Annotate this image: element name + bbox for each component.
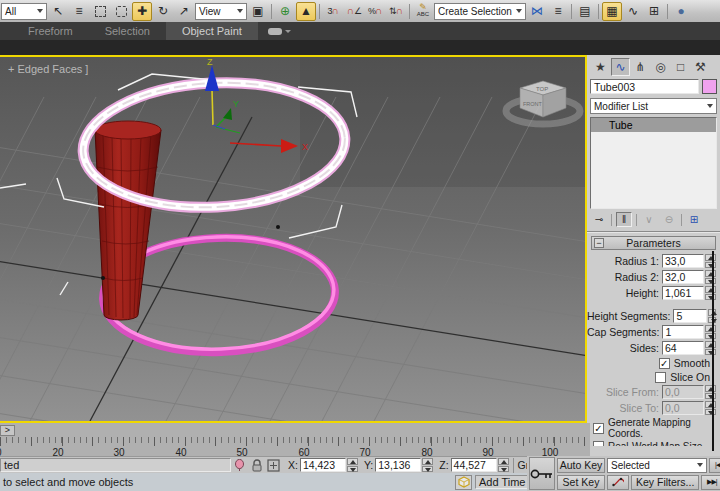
key-mode-dropdown[interactable]: Selected bbox=[607, 458, 707, 473]
motion-tab-icon[interactable]: ◎ bbox=[651, 58, 670, 76]
real-world-map-checkbox[interactable] bbox=[593, 441, 604, 446]
viewcube-top-label[interactable]: TOP bbox=[536, 86, 548, 92]
modifier-stack-item-tube[interactable]: Tube bbox=[591, 118, 716, 132]
generate-mapping-checkbox[interactable]: ✓ bbox=[593, 423, 604, 434]
reference-coordinate-dropdown[interactable]: View bbox=[195, 3, 247, 20]
time-tag-cube-icon[interactable] bbox=[455, 475, 472, 490]
sides-spinner[interactable] bbox=[705, 341, 716, 355]
viewport-label[interactable]: + Edged Faces ] bbox=[8, 63, 88, 75]
y-coordinate-field[interactable]: 13,136 bbox=[375, 458, 421, 472]
display-tab-icon[interactable]: □ bbox=[671, 58, 690, 76]
scene-explorer-icon[interactable]: ▦ bbox=[602, 2, 622, 21]
parameters-rollout-header[interactable]: − Parameters bbox=[591, 236, 716, 250]
angle-snap-icon[interactable]: ∩∠ bbox=[344, 2, 364, 21]
vertex-dot bbox=[276, 225, 280, 229]
ribbon-config-menu[interactable] bbox=[258, 22, 301, 40]
configure-modifier-sets-icon[interactable]: ⊞ bbox=[686, 212, 702, 227]
panel-scrollbar[interactable] bbox=[712, 251, 714, 451]
radius2-spinner[interactable] bbox=[705, 270, 716, 284]
y-spinner[interactable] bbox=[422, 458, 433, 472]
x-coordinate-label: X: bbox=[288, 459, 298, 471]
show-end-result-icon[interactable]: ‖ bbox=[616, 212, 632, 227]
rectangular-selection-region-icon[interactable] bbox=[90, 2, 110, 21]
tab-object-paint[interactable]: Object Paint bbox=[166, 22, 258, 40]
modifier-list-dropdown[interactable]: Modifier List bbox=[590, 98, 717, 114]
z-coordinate-field[interactable]: 44,527 bbox=[451, 458, 497, 472]
select-and-move-icon[interactable]: ✚ bbox=[132, 2, 152, 21]
select-and-rotate-icon[interactable]: ↻ bbox=[153, 2, 173, 21]
window-crossing-icon[interactable] bbox=[111, 2, 131, 21]
auto-key-button[interactable]: Auto Key bbox=[557, 458, 605, 473]
chevron-down-icon bbox=[237, 9, 243, 13]
rollout-collapse-icon[interactable]: − bbox=[594, 238, 604, 248]
object-color-swatch[interactable] bbox=[702, 79, 717, 94]
select-and-scale-icon[interactable]: ↗ bbox=[174, 2, 194, 21]
layer-manager-icon[interactable]: ▤ bbox=[575, 2, 595, 21]
key-filters-button[interactable]: Key Filters... bbox=[631, 475, 699, 490]
make-unique-icon[interactable]: ∨ bbox=[641, 212, 657, 227]
height-input[interactable]: 1,061 bbox=[662, 286, 704, 300]
spinner-snap-icon[interactable]: ⇅∩ bbox=[386, 2, 406, 21]
use-pivot-center-icon[interactable]: ▣ bbox=[248, 2, 268, 21]
isolate-selection-icon[interactable] bbox=[231, 458, 248, 473]
time-slider-next-button[interactable]: > bbox=[0, 425, 15, 436]
viewcube-front-label[interactable]: FRONT bbox=[523, 101, 543, 107]
radius1-spinner[interactable] bbox=[705, 254, 716, 268]
material-editor-icon[interactable]: ● bbox=[671, 2, 691, 21]
go-to-end-button[interactable]: ▶▶| bbox=[701, 475, 720, 490]
x-coordinate-field[interactable]: 14,423 bbox=[300, 458, 346, 472]
create-tab-icon[interactable]: ★ bbox=[591, 58, 610, 76]
schematic-view-icon[interactable]: ⊞ bbox=[644, 2, 664, 21]
chevron-down-icon bbox=[697, 463, 703, 467]
height-segments-input[interactable]: 5 bbox=[673, 309, 706, 323]
select-by-name-icon[interactable]: ≡ bbox=[69, 2, 89, 21]
prompt-text: to select and move objects bbox=[0, 476, 455, 488]
snap-toggle-3d-icon[interactable]: 3∩ bbox=[323, 2, 343, 21]
slice-on-checkbox[interactable] bbox=[655, 372, 666, 383]
ribbon-collapsed-strip bbox=[0, 40, 720, 55]
edit-named-selection-sets-icon[interactable]: ✎ABC bbox=[413, 2, 433, 21]
set-keys-button[interactable] bbox=[529, 457, 555, 490]
selection-lock-icon[interactable] bbox=[248, 458, 265, 473]
toolbar-separator bbox=[271, 4, 272, 19]
height-spinner[interactable] bbox=[705, 286, 716, 300]
sides-input[interactable]: 64 bbox=[662, 341, 704, 355]
x-spinner[interactable] bbox=[347, 458, 358, 472]
radius2-input[interactable]: 32,0 bbox=[662, 270, 704, 284]
smooth-checkbox[interactable]: ✓ bbox=[659, 358, 670, 369]
align-icon[interactable]: ≡ bbox=[548, 2, 568, 21]
select-object-icon[interactable]: ↖ bbox=[48, 2, 68, 21]
select-and-manipulate-icon[interactable]: ⊕ bbox=[275, 2, 295, 21]
percent-snap-icon[interactable]: %∩ bbox=[365, 2, 385, 21]
modifier-stack-toolbar: ⊸ ‖ ∨ ⊖ ⊞ bbox=[587, 209, 720, 230]
track-bar[interactable]: > 10 20 30 40 50 60 70 80 90 100 bbox=[0, 423, 590, 456]
mirror-icon[interactable]: ⋈ bbox=[527, 2, 547, 21]
cap-segments-input[interactable]: 1 bbox=[662, 325, 704, 339]
object-name-field[interactable]: Tube003 bbox=[590, 79, 699, 94]
chevron-down-icon bbox=[516, 9, 522, 13]
named-selection-sets-dropdown[interactable]: Create Selection Se bbox=[434, 3, 526, 20]
z-spinner[interactable] bbox=[498, 458, 509, 472]
remove-modifier-icon[interactable]: ⊖ bbox=[661, 212, 677, 227]
default-tangents-button[interactable] bbox=[607, 475, 629, 490]
tab-selection[interactable]: Selection bbox=[89, 22, 166, 40]
named-selection-filter-dropdown[interactable]: All bbox=[1, 3, 47, 20]
panel-divider bbox=[587, 231, 720, 233]
hierarchy-tab-icon[interactable]: ⋔ bbox=[631, 58, 650, 76]
go-to-start-button[interactable]: |◀◀ bbox=[709, 458, 720, 473]
slice-to-input: 0,0 bbox=[662, 401, 704, 415]
utilities-tab-icon[interactable]: ⚒ bbox=[691, 58, 710, 76]
tab-freeform[interactable]: Freeform bbox=[12, 22, 89, 40]
curve-editor-icon[interactable]: ∿ bbox=[623, 2, 643, 21]
pin-stack-icon[interactable]: ⊸ bbox=[591, 212, 607, 227]
absolute-offset-mode-icon[interactable] bbox=[265, 458, 282, 473]
key-tangent-curve-icon bbox=[612, 477, 624, 487]
perspective-viewport[interactable]: + Edged Faces ] bbox=[0, 55, 587, 423]
modifier-stack[interactable]: Tube bbox=[590, 117, 717, 209]
keyboard-shortcut-override-icon[interactable]: ▲ bbox=[296, 2, 316, 21]
set-key-button[interactable]: Set Key bbox=[557, 475, 605, 490]
cap-segments-spinner[interactable] bbox=[705, 325, 716, 339]
modify-tab-icon[interactable]: ∿ bbox=[611, 58, 630, 76]
toolbar-separator bbox=[598, 4, 599, 19]
radius1-input[interactable]: 33,0 bbox=[662, 254, 704, 268]
